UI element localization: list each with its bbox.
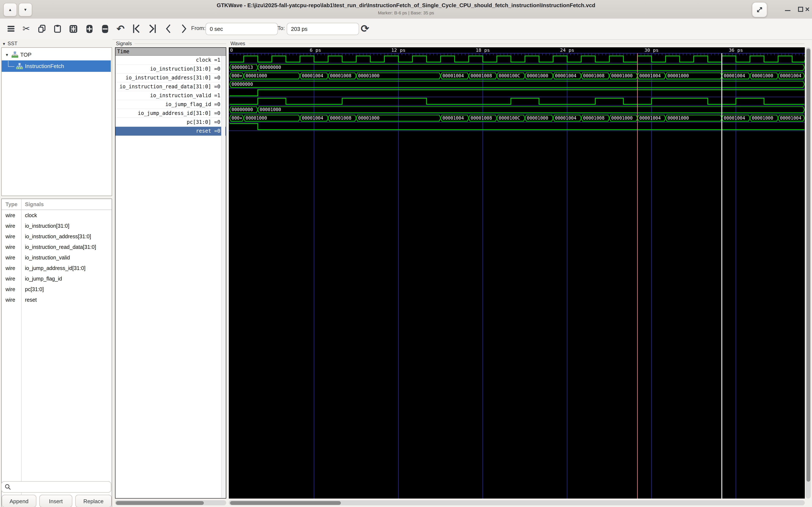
signal-type: wire — [2, 223, 21, 229]
svg-text:00001000: 00001000 — [260, 107, 281, 112]
expand-window-button[interactable] — [752, 2, 767, 17]
insert-button[interactable]: Insert — [39, 495, 72, 507]
replace-label: Replace — [83, 498, 103, 504]
signal-table-header: Type Signals — [2, 199, 112, 210]
zoom-in-button[interactable] — [83, 22, 96, 35]
signal-name: io_instruction_address[31:0] — [21, 233, 91, 239]
paste-button[interactable] — [51, 22, 64, 35]
svg-text:00001000: 00001000 — [527, 73, 548, 78]
to-value: 203 ps — [291, 26, 307, 32]
time-header[interactable]: Time — [115, 48, 226, 56]
svg-text:000+: 000+ — [232, 73, 242, 78]
signals-row[interactable]: reset =0 — [115, 127, 226, 135]
zoom-out-icon — [100, 24, 110, 34]
signals-list-panel: Time clock =1io_instruction[31:0] =0io_i… — [115, 47, 226, 499]
copy-button[interactable] — [36, 22, 48, 35]
signal-name: pc[31:0] — [21, 286, 44, 292]
signals-row[interactable]: io_instruction_address[31:0] =0 — [115, 73, 226, 82]
signal-table-row[interactable]: wireio_jump_flag_id — [2, 273, 112, 284]
signal-table-row[interactable]: wireio_jump_address_id[31:0] — [2, 263, 112, 273]
svg-text:00001000: 00001000 — [611, 73, 633, 78]
hierarchy-panel: ▼SST ▼ TOP — [0, 39, 112, 507]
tree-item-top[interactable]: ▼ TOP — [2, 49, 111, 60]
go-to-start-button[interactable] — [130, 22, 143, 35]
zoom-fit-button[interactable] — [67, 22, 80, 35]
signal-search-input[interactable] — [1, 481, 111, 493]
append-button[interactable]: Append — [2, 495, 36, 507]
zoom-out-button[interactable] — [99, 22, 111, 35]
replace-button[interactable]: Replace — [75, 495, 112, 507]
svg-text:00001008: 00001008 — [583, 73, 605, 78]
signal-table-row[interactable]: wireclock — [2, 210, 112, 221]
toolbar: ✂ — [0, 18, 812, 40]
svg-text:00001000: 00001000 — [668, 116, 689, 121]
to-label: To: — [277, 25, 285, 31]
chevron-left-icon — [164, 24, 172, 34]
cut-button[interactable]: ✂ — [20, 22, 33, 35]
signals-row[interactable]: io_instruction[31:0] =0 — [115, 65, 226, 73]
signals-row[interactable]: clock =1 — [115, 56, 226, 65]
waves-vertical-scrollbar[interactable] — [806, 47, 811, 499]
scrollbar-thumb[interactable] — [116, 501, 204, 505]
signal-type: wire — [2, 244, 21, 250]
scrollbar-thumb[interactable] — [230, 501, 341, 505]
svg-text:00001004: 00001004 — [443, 116, 464, 121]
marker-status-text: Marker: B-6 ps | Base: 35 ps — [0, 10, 812, 15]
waveform-drawing: 06ps12ps18ps24ps30ps36ps0000001300000000… — [229, 47, 805, 499]
scrollbar-thumb[interactable] — [806, 49, 810, 482]
svg-text:00000000: 00000000 — [232, 107, 253, 112]
signal-name: io_instruction_read_data[31:0] — [21, 244, 96, 250]
svg-text:00001004: 00001004 — [780, 116, 801, 121]
undo-button[interactable]: ↶ — [114, 22, 127, 35]
svg-text:00001000: 00001000 — [358, 116, 379, 121]
go-to-end-button[interactable] — [146, 22, 159, 35]
to-input[interactable]: 203 ps — [287, 23, 359, 35]
tree-item-instructionfetch[interactable]: InstructionFetch — [2, 60, 111, 72]
signals-row[interactable]: io_instruction_read_data[31:0] =0 — [115, 82, 226, 91]
signal-table-row[interactable]: wirepc[31:0] — [2, 284, 112, 294]
shift-left-button[interactable] — [162, 22, 175, 35]
signal-table-row[interactable]: wireio_instruction[31:0] — [2, 221, 112, 231]
tree-item-label: InstructionFetch — [25, 63, 64, 69]
module-hierarchy-icon — [11, 52, 18, 58]
scissors-icon: ✂ — [22, 24, 30, 34]
title-bar: ▲ ▼ GTKWave - E:\jizu\2025-fall-yatcpu-r… — [0, 0, 812, 19]
zoom-in-icon — [84, 24, 94, 34]
svg-text:00001000: 00001000 — [246, 73, 267, 78]
signals-row[interactable]: io_jump_address_id[31:0] =0 — [115, 109, 226, 118]
time-header-label: Time — [117, 49, 130, 55]
svg-text:36: 36 — [729, 48, 734, 53]
signals-row[interactable]: pc[31:0] =0 — [115, 118, 226, 127]
svg-text:00001004: 00001004 — [555, 73, 576, 78]
signal-type-table: Type Signals wireclockwireio_instruction… — [1, 199, 112, 507]
signals-row[interactable]: io_instruction_valid =1 — [115, 91, 226, 100]
tree-connector-line — [8, 61, 14, 66]
svg-text:00001004: 00001004 — [555, 116, 576, 121]
paste-icon — [53, 24, 62, 34]
reload-button[interactable]: ⟳ — [359, 22, 371, 35]
minimize-button[interactable] — [782, 5, 793, 13]
signals-vertical-scrollbar[interactable] — [221, 56, 225, 498]
signal-table-row[interactable]: wireio_instruction_address[31:0] — [2, 231, 112, 242]
signals-horizontal-scrollbar[interactable] — [115, 500, 226, 505]
tree-item-label: TOP — [20, 52, 32, 58]
svg-text:00001000: 00001000 — [358, 73, 379, 78]
marker-b-line — [637, 53, 638, 499]
from-input[interactable]: 0 sec — [206, 23, 278, 35]
signal-table-row[interactable]: wireio_instruction_read_data[31:0] — [2, 242, 112, 252]
signal-type: wire — [2, 255, 21, 261]
signals-row[interactable]: io_jump_flag_id =0 — [115, 100, 226, 109]
svg-text:00001008: 00001008 — [471, 116, 492, 121]
svg-text:000+: 000+ — [232, 116, 242, 121]
signal-table-row[interactable]: wirereset — [2, 294, 112, 305]
shift-right-button[interactable] — [177, 22, 190, 35]
menu-button[interactable] — [5, 22, 17, 35]
waveform-canvas[interactable]: 06ps12ps18ps24ps30ps36ps0000001300000000… — [229, 47, 805, 499]
module-hierarchy-icon — [16, 63, 23, 69]
waves-horizontal-scrollbar[interactable] — [229, 500, 805, 505]
close-button[interactable]: ✕ — [802, 5, 812, 13]
signal-table-row[interactable]: wireio_instruction_valid — [2, 252, 112, 263]
svg-text:00000013: 00000013 — [232, 65, 253, 70]
expander-down-icon[interactable]: ▼ — [5, 53, 9, 57]
sst-header[interactable]: ▼SST — [2, 41, 17, 47]
